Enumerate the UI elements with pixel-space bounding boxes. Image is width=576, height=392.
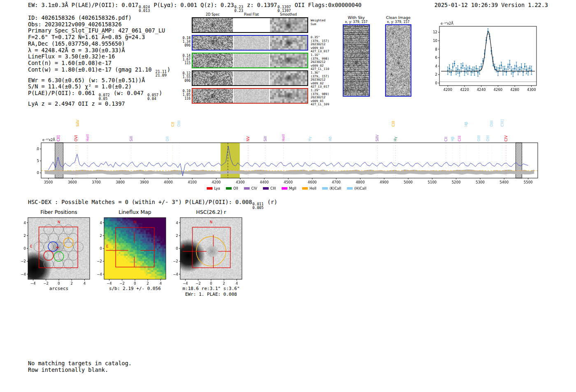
hsc-caption-1: m:18.6 re:3.1" s:3.6"	[176, 286, 246, 291]
spec2d-smoothed-image	[270, 36, 307, 50]
spec2d-row	[192, 88, 308, 104]
spec2d-flat-image	[234, 53, 269, 67]
spec2d-row-scale-values: 0.141.67115	[179, 54, 190, 65]
header-text: z: 0.1397	[244, 2, 277, 8]
uncertainty-stack: 0.13970.1397	[278, 5, 291, 13]
hsc-dex-text: HSC-DEX : Possible Matches = 0 (within +…	[28, 199, 252, 205]
info-line: Cont(w) = 1.80(±0.01)e-17 (gmag 21.10 21…	[28, 67, 170, 77]
fiber-xlabel: arcsecs	[24, 286, 94, 291]
spec2d-col-title-pixelflat: Pixel Flat	[235, 13, 268, 16]
spec2d-row-meta: 0.35"(379, 157)20230212v009_03427_LU_017	[311, 36, 329, 53]
spec2d-col-title-smoothed: Smoothed	[272, 13, 305, 16]
spec2d-spec-image	[193, 53, 233, 67]
header-text: EW: 3.1±0.3Å	[28, 2, 72, 8]
info-line: RA,Dec (165.037750,48.955650)	[28, 41, 170, 47]
header-text: P(LAE)/P(OII): 0.017	[72, 2, 139, 8]
lineflux-caption: s/b: 2.19 +/- 0.056	[100, 286, 170, 291]
spec2d-panel	[192, 17, 308, 106]
spec2d-spec-image	[193, 36, 233, 50]
info-line: LineFlux = 3.50(±0.32)e-16	[28, 53, 170, 60]
uncertainty-stack: 21.1121.09	[156, 70, 167, 77]
header-text: OII Flags:0x00000040	[291, 2, 362, 8]
clean-image-title: Clean Image	[380, 15, 417, 20]
info-line: Cont(n) = 1.60(±0.08)e-17	[28, 60, 170, 67]
hsc-dex-suffix: (r)	[264, 199, 278, 205]
spec2d-row-meta: 1.36"(379, 157)20230212v009_02427_LU_017	[311, 71, 329, 89]
elixer-report-page: EW: 3.1±0.3Å P(LAE)/P(OII): 0.0170.0240.…	[0, 0, 576, 392]
clean-image	[386, 25, 411, 96]
uncertainty-stack: 0.0570.04	[147, 93, 158, 101]
uncertainty-stack: 0.0720.05	[99, 93, 110, 101]
info-line: EWr = 6.30(±0.65) (w: 5.70(±0.51))Å	[28, 77, 170, 84]
line-fit-chart	[427, 20, 540, 99]
spec2d-spec-image	[193, 18, 233, 32]
uncertainty-stack: 0.0110.005	[253, 202, 264, 210]
info-line: ID: 4026158326 (4026158326.pdf)	[28, 15, 170, 21]
info-line: λ = 4248.42Å σ = 3.30(±0.33)Å	[28, 47, 170, 54]
info-line: Primary Spec_Slot_IFU_AMP: 427_061_007_L…	[28, 28, 170, 34]
full-spectrum-chart	[36, 112, 542, 194]
spec2d-row-meta: 1.29"(379, 989)20230212v009_01427_LL_109	[311, 89, 329, 107]
spec2d-row	[192, 35, 308, 51]
info-line: S/N = 11.4(±0.5) χ² = 1.0(±0.2)	[28, 84, 170, 90]
note-line-2: Row intentionally blank.	[28, 366, 108, 373]
spec2d-row-meta: 1.16"(379, 998)20230212v009_02427_LL_110	[311, 53, 329, 71]
uncertainty-stack: 0.0240.013	[139, 5, 150, 13]
info-line: P(LAE)/P(OII): 0.061 0.0720.05 (w: 0.047…	[28, 90, 170, 101]
spec2d-row-scale-values: 0.181.34096	[179, 36, 190, 47]
header-text: P(Lyα): 0.001	[150, 2, 200, 8]
spec2d-row	[192, 70, 308, 86]
spec2d-row-meta: WeightedSum	[311, 19, 325, 26]
spec2d-spec-image	[193, 89, 233, 103]
spec2d-smoothed-image	[270, 89, 307, 103]
spec2d-row	[192, 53, 308, 68]
hsc-cutout-title: HSC(26.2) r	[180, 209, 242, 215]
detection-info-block: ID: 4026158326 (4026158326.pdf)Obs: 2023…	[28, 15, 170, 107]
hsc-cutout-plot	[168, 216, 244, 285]
withsky-image	[344, 25, 369, 96]
withsky-xy-label: x, y: 379, 157	[338, 20, 375, 24]
info-line: LyA z = 2.4947 OII z = 0.1397	[28, 101, 170, 107]
lineflux-map-title: Lineflux Map	[104, 209, 166, 215]
clean-image-xy-label: x, y: 379, 157	[380, 20, 417, 24]
spec2d-row-scale-values: 0.121.55096	[179, 72, 190, 83]
uncertainty-stack: 0.230.23	[235, 5, 244, 13]
spec2d-smoothed-image	[270, 18, 307, 32]
spec2d-col-title-2dspec: 2D Spec	[196, 13, 229, 16]
lineflux-map-plot	[92, 216, 167, 285]
spec2d-smoothed-image	[270, 71, 307, 85]
spec2d-spec-image	[193, 71, 233, 85]
header-timestamp: 2025-01-12 10:26:39 Version 1.22.3	[434, 2, 548, 8]
hsc-caption-2: EWr: 1. PLAE: 0.008	[176, 292, 246, 297]
fiber-positions-title: Fiber Positions	[28, 209, 90, 215]
spec2d-row-scale-values: 0.101.05116	[179, 89, 190, 100]
hsc-dex-match-line: HSC-DEX : Possible Matches = 0 (within +…	[28, 199, 277, 210]
spec2d-flat-image	[234, 18, 269, 32]
note-line-1: No matching targets in catalog.	[28, 360, 132, 366]
header-text: Q(z): 0.23	[200, 2, 234, 8]
info-line: F=2.6" T=0.172 N̄=1.61 Ā=0.85 ḡ=24.3	[28, 34, 170, 41]
spec2d-flat-image	[234, 89, 269, 103]
withsky-image-frame	[343, 24, 370, 97]
spec2d-flat-image	[234, 71, 269, 85]
info-line: Obs: 20230212v009_4026158326	[28, 21, 170, 28]
spec2d-smoothed-image	[270, 53, 307, 67]
spec2d-flat-image	[234, 36, 269, 50]
spec2d-row	[192, 17, 308, 33]
fiber-positions-plot	[16, 216, 91, 285]
withsky-title: With Sky	[338, 15, 375, 20]
clean-image-frame	[385, 24, 411, 97]
header-summary: EW: 3.1±0.3Å P(LAE)/P(OII): 0.0170.0240.…	[28, 2, 362, 13]
